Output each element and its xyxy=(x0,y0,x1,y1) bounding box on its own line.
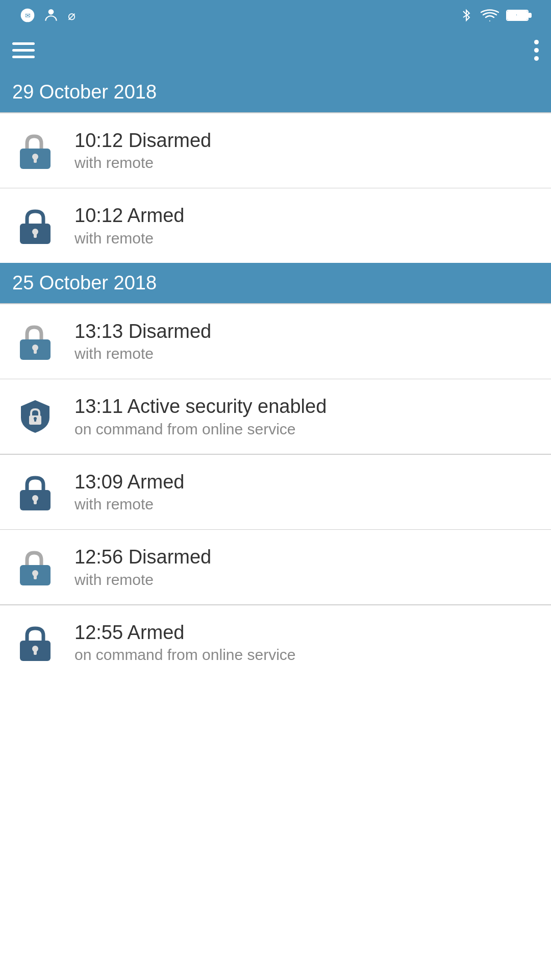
list-item[interactable]: 13:09 Armedwith remote xyxy=(0,455,551,529)
list-item[interactable]: 13:13 Disarmedwith remote xyxy=(0,304,551,379)
usb-icon: ⌀ xyxy=(66,7,81,23)
event-detail: with remote xyxy=(74,496,539,513)
svg-rect-27 xyxy=(34,650,37,655)
svg-text:⌀: ⌀ xyxy=(68,8,76,22)
date-header-0: 29 October 2018 xyxy=(0,72,551,112)
person-icon xyxy=(43,7,59,23)
event-title: 12:56 Disarmed xyxy=(74,546,539,569)
svg-point-2 xyxy=(48,9,54,15)
lock-closed-icon xyxy=(12,620,58,666)
event-title: 13:11 Active security enabled xyxy=(74,395,539,419)
lock-open-icon xyxy=(12,318,58,364)
status-right xyxy=(459,7,539,23)
wifi-icon xyxy=(481,7,499,23)
event-title: 13:09 Armed xyxy=(74,471,539,494)
status-left: ✉ ⌀ xyxy=(12,7,81,23)
date-header-1: 25 October 2018 xyxy=(0,263,551,303)
svg-rect-18 xyxy=(34,419,36,422)
lock-open-icon xyxy=(12,544,58,590)
event-detail: with remote xyxy=(74,571,539,589)
event-detail: with remote xyxy=(74,345,539,362)
status-bar: ✉ ⌀ xyxy=(0,0,551,31)
lock-open-icon xyxy=(12,128,58,174)
svg-rect-9 xyxy=(34,158,37,163)
list-item[interactable]: 13:11 Active security enabledon command … xyxy=(0,379,551,454)
event-detail: on command from online service xyxy=(74,421,539,438)
svg-rect-15 xyxy=(34,349,37,354)
lock-closed-icon xyxy=(12,469,58,515)
event-title: 10:12 Disarmed xyxy=(74,129,539,153)
svg-rect-12 xyxy=(34,233,37,238)
event-title: 13:13 Disarmed xyxy=(74,320,539,344)
more-button[interactable] xyxy=(534,40,539,61)
list-item[interactable]: 10:12 Disarmedwith remote xyxy=(0,113,551,188)
event-text: 13:09 Armedwith remote xyxy=(74,471,539,513)
list-item[interactable]: 12:55 Armedon command from online servic… xyxy=(0,605,551,680)
svg-text:✉: ✉ xyxy=(25,12,31,19)
event-text: 13:13 Disarmedwith remote xyxy=(74,320,539,363)
event-detail: with remote xyxy=(74,230,539,247)
lock-closed-icon xyxy=(12,203,58,249)
shield-icon xyxy=(12,394,58,439)
event-detail: with remote xyxy=(74,154,539,172)
event-title: 10:12 Armed xyxy=(74,204,539,228)
event-text: 10:12 Disarmedwith remote xyxy=(74,129,539,172)
event-text: 12:55 Armedon command from online servic… xyxy=(74,621,539,664)
event-text: 13:11 Active security enabledon command … xyxy=(74,395,539,438)
list-item[interactable]: 12:56 Disarmedwith remote xyxy=(0,530,551,604)
event-detail: on command from online service xyxy=(74,646,539,664)
menu-button[interactable] xyxy=(12,42,35,58)
bluetooth-icon xyxy=(459,7,473,23)
event-title: 12:55 Armed xyxy=(74,621,539,645)
battery-icon xyxy=(506,8,532,22)
event-list: 29 October 2018 10:12 Disarmedwith remot… xyxy=(0,72,551,680)
event-text: 10:12 Armedwith remote xyxy=(74,204,539,247)
svg-rect-24 xyxy=(34,574,37,579)
message-icon: ✉ xyxy=(19,7,36,23)
list-item[interactable]: 10:12 Armedwith remote xyxy=(0,188,551,263)
svg-rect-5 xyxy=(529,13,531,17)
event-text: 12:56 Disarmedwith remote xyxy=(74,546,539,589)
app-bar xyxy=(0,31,551,72)
svg-rect-21 xyxy=(34,499,37,504)
